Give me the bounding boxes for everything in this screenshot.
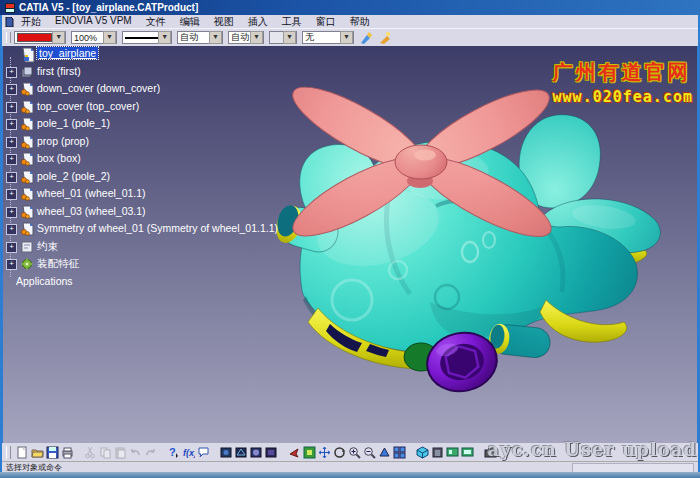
tree-node-label[interactable]: 约束 [37,240,58,254]
3d-viewport[interactable]: toy_airplane+first (first)+down_cover (d… [3,45,697,443]
normal-view-icon[interactable] [378,446,391,459]
dropdown-arrow-icon[interactable]: ▼ [52,31,65,44]
dropdown-arrow-icon[interactable]: ▼ [209,31,222,44]
toolbar-separator [212,446,218,459]
tree-expand-icon[interactable]: + [6,137,17,148]
tree-node-label[interactable]: down_cover (down_cover) [37,82,160,94]
toolbar-drag-handle[interactable] [6,446,11,459]
tree-expand-icon[interactable]: + [6,67,17,78]
tree-node-icon[interactable] [20,222,34,236]
tree-expand-icon[interactable]: + [6,259,17,270]
menu-item-5[interactable]: 插入 [241,15,275,29]
tree-node-label[interactable]: wheel_03 (wheel_03.1) [37,205,146,217]
tree-node-label[interactable]: top_cover (top_cover) [37,100,139,112]
menu-item-4[interactable]: 视图 [207,15,241,29]
tree-node-label[interactable]: wheel_01 (wheel_01.1) [37,187,146,199]
tree-node-icon[interactable] [20,257,34,271]
tree-node-label[interactable]: Symmetry of wheel_01 (Symmetry of wheel_… [37,222,278,234]
tree-node-icon[interactable] [20,82,34,96]
tree-expand-icon[interactable]: + [6,172,17,183]
line-type-combo[interactable]: ▼ [122,31,172,44]
model-tail-bump[interactable] [520,149,560,177]
tree-node-label[interactable]: first (first) [37,65,81,77]
tree-node-icon[interactable] [20,205,34,219]
render-shaded-icon[interactable] [250,446,263,459]
tree-node-icon[interactable] [20,117,34,131]
tree-node-icon[interactable] [20,135,34,149]
copy-icon[interactable] [99,446,112,459]
tree-node-icon[interactable] [20,152,34,166]
title-bar[interactable]: CATIA V5 - [toy_airplane.CATProduct] [0,0,700,15]
tree-expand-icon[interactable]: + [6,242,17,253]
tree-node-label[interactable]: 装配特征 [37,257,79,271]
open-icon[interactable] [31,446,44,459]
tree-node-label[interactable]: box (box) [37,152,81,164]
screen-full-icon[interactable] [461,446,474,459]
menu-item-0[interactable]: 开始 [14,15,48,29]
painter-icon[interactable] [359,31,373,45]
screen-split-icon[interactable] [446,446,459,459]
tree-node-icon[interactable] [20,240,34,254]
wizard-icon[interactable] [378,31,392,45]
dropdown-arrow-icon[interactable]: ▼ [250,31,263,44]
tree-node-icon[interactable] [20,65,34,79]
tree-node-label[interactable]: pole_1 (pole_1) [37,117,110,129]
document-menu-icon[interactable] [4,17,14,27]
tree-expand-icon[interactable]: + [6,119,17,130]
point-symbol-combo[interactable]: 自动▼ [228,31,264,44]
zoom-in-icon[interactable] [348,446,361,459]
opacity-combo[interactable]: 100%▼ [71,31,117,44]
dropdown-arrow-icon[interactable]: ▼ [158,31,171,44]
menu-item-3[interactable]: 编辑 [173,15,207,29]
menu-item-7[interactable]: 窗口 [309,15,343,29]
tree-node-icon[interactable] [20,170,34,184]
render-wireframe-icon[interactable] [235,446,248,459]
tree-expand-icon[interactable]: + [6,224,17,235]
tree-node-label[interactable]: pole_2 (pole_2) [37,170,110,182]
fly-mode-icon[interactable] [288,446,301,459]
isometric-view-icon[interactable] [416,446,429,459]
fill-color-combo[interactable]: ▼ [14,31,66,44]
window-title: CATIA V5 - [toy_airplane.CATProduct] [19,2,198,13]
paste-icon[interactable] [114,446,127,459]
tree-node-icon[interactable] [20,47,34,61]
whats-this-icon[interactable]: ? [167,446,180,459]
dropdown-arrow-icon[interactable]: ▼ [103,31,116,44]
tree-expand-icon[interactable]: + [6,154,17,165]
line-weight-value: 自动 [180,31,198,44]
render-custom-icon[interactable] [265,446,278,459]
tree-node-label[interactable]: prop (prop) [37,135,89,147]
toolbar-drag-handle[interactable] [6,32,11,43]
rotate-icon[interactable] [333,446,346,459]
dropdown-arrow-icon[interactable]: ▼ [340,31,353,44]
tree-expand-icon[interactable]: + [6,207,17,218]
pan-icon[interactable] [318,446,331,459]
tree-node-icon[interactable] [20,100,34,114]
tree-expand-icon[interactable]: + [6,84,17,95]
zoom-out-icon[interactable] [363,446,376,459]
view-list-icon[interactable] [431,446,444,459]
multi-view-icon[interactable] [393,446,406,459]
print-icon[interactable] [61,446,74,459]
menu-item-1[interactable]: ENOVIA V5 VPM [48,15,139,29]
formula-icon[interactable]: f(x) [182,446,195,459]
menu-item-8[interactable]: 帮助 [343,15,377,29]
redo-icon[interactable] [144,446,157,459]
tree-expand-icon[interactable]: + [6,102,17,113]
save-icon[interactable] [46,446,59,459]
tree-node-label[interactable]: Applications [16,275,73,287]
cut-icon[interactable] [84,446,97,459]
new-document-icon[interactable] [16,446,29,459]
line-weight-combo[interactable]: 自动▼ [177,31,223,44]
tree-node-icon[interactable] [20,187,34,201]
message-icon[interactable] [197,446,210,459]
render-mode-combo[interactable]: 无▼ [302,31,354,44]
undo-icon[interactable] [129,446,142,459]
menu-item-2[interactable]: 文件 [139,15,173,29]
tree-node-label[interactable]: toy_airplane [37,47,98,59]
toolbar-separator [280,446,286,459]
fit-all-icon[interactable] [303,446,316,459]
render-material-icon[interactable] [220,446,233,459]
menu-item-6[interactable]: 工具 [275,15,309,29]
tree-expand-icon[interactable]: + [6,189,17,200]
